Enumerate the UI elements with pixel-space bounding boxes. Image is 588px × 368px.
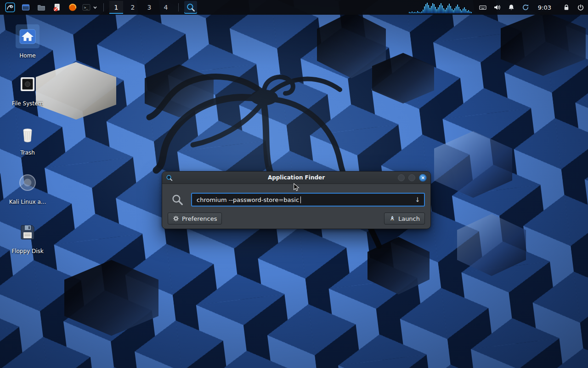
desktop-icon-label: File System: [12, 100, 44, 107]
logout-power-icon[interactable]: [577, 4, 584, 11]
notifications-bell-icon[interactable]: [508, 4, 515, 11]
spectrum-bar: [453, 10, 454, 13]
window-search-icon: [166, 174, 173, 181]
desktop-icon-kali-linux[interactable]: Kali Linux a...: [6, 171, 50, 205]
spectrum-bar: [452, 9, 452, 13]
gear-icon: [173, 215, 179, 222]
firefox-button[interactable]: [66, 1, 79, 14]
updates-icon[interactable]: [522, 4, 529, 11]
preferences-label: Preferences: [182, 215, 217, 222]
desktop-icon-floppy-disk[interactable]: Floppy Disk: [6, 220, 50, 254]
window-titlebar[interactable]: Application Finder ×: [162, 172, 430, 184]
application-finder-launcher[interactable]: [184, 1, 197, 14]
terminal-launcher-button[interactable]: >_: [82, 1, 98, 14]
spectrum-bar: [431, 6, 432, 13]
applications-menu-button[interactable]: [4, 1, 17, 14]
spectrum-bar: [414, 12, 415, 13]
spectrum-bar: [468, 10, 469, 13]
spectrum-bar: [464, 7, 465, 13]
preferences-button[interactable]: Preferences: [168, 213, 222, 224]
spectrum-bar: [458, 7, 459, 13]
search-icon: [186, 3, 195, 12]
desktop-icon-label: Home: [19, 52, 35, 59]
workspace-label: 3: [147, 4, 152, 11]
close-icon: ×: [421, 175, 425, 180]
desktop-icon-label: Kali Linux a...: [9, 199, 46, 205]
desktop-icon-label: Trash: [20, 150, 35, 156]
spectrum-bar: [449, 4, 450, 13]
spectrum-bar: [432, 3, 433, 13]
spectrum-bar: [410, 12, 411, 13]
folder-icon: [37, 3, 46, 12]
system-tray: 9:03: [479, 4, 584, 11]
top-panel: >_ 1 2 3 4: [0, 0, 588, 15]
audio-spectrum[interactable]: [409, 1, 472, 13]
spectrum-bar: [436, 9, 437, 13]
text-caret: [300, 196, 301, 203]
close-button[interactable]: ×: [419, 174, 427, 182]
window-icon: [21, 3, 30, 12]
clock[interactable]: 9:03: [538, 4, 551, 11]
desktop-icon-label: Floppy Disk: [11, 248, 44, 254]
expand-results-arrow-icon[interactable]: ↓: [411, 196, 420, 203]
document-icon: [52, 3, 62, 12]
spectrum-bar: [446, 8, 447, 13]
spectrum-bar: [439, 5, 440, 13]
spectrum-bar: [416, 12, 417, 13]
taskbar-window-button[interactable]: [19, 1, 32, 14]
spectrum-bar: [424, 6, 425, 13]
spectrum-bar: [428, 5, 429, 13]
workspace-button-4[interactable]: 4: [159, 1, 173, 14]
spectrum-bar: [471, 12, 472, 13]
file-manager-button[interactable]: [35, 1, 48, 14]
spectrum-bar: [450, 6, 451, 13]
command-input-value: chromium --password-store=basic: [197, 196, 299, 203]
desktop-icon-home[interactable]: Home: [6, 24, 50, 59]
spectrum-bar: [457, 5, 458, 13]
application-finder-window: Application Finder × chromium --password…: [162, 171, 431, 229]
spectrum-bar: [425, 4, 426, 13]
spectrum-bar: [423, 10, 424, 13]
floppy-disk-icon: [16, 220, 40, 244]
command-input[interactable]: chromium --password-store=basic ↓: [191, 193, 425, 207]
maximize-button[interactable]: [408, 174, 415, 181]
spectrum-bar: [413, 12, 414, 13]
kali-logo-icon: [5, 2, 15, 12]
spectrum-bar: [409, 12, 410, 13]
spectrum-bar: [447, 6, 448, 13]
text-editor-button[interactable]: [51, 1, 63, 14]
minimize-button[interactable]: [398, 174, 405, 181]
workspace-label: 2: [131, 4, 135, 11]
keyboard-icon[interactable]: [479, 4, 486, 11]
dialog-body: chromium --password-store=basic ↓ Prefer…: [162, 193, 430, 229]
desktop: Home File System Trash: [0, 0, 588, 368]
workspace-button-2[interactable]: 2: [126, 1, 140, 14]
search-icon: [171, 194, 184, 206]
chevron-down-icon[interactable]: [92, 5, 98, 10]
volume-icon[interactable]: [493, 4, 501, 11]
lock-icon[interactable]: [563, 4, 570, 11]
workspace-label: 1: [114, 4, 119, 11]
spectrum-bar: [438, 7, 439, 13]
file-system-icon: [16, 72, 40, 96]
workspace-button-3[interactable]: 3: [142, 1, 156, 14]
workspace-label: 4: [164, 4, 168, 11]
spectrum-bar: [435, 7, 436, 13]
spectrum-bar: [445, 10, 446, 13]
trash-icon: [16, 121, 40, 145]
workspace-button-1[interactable]: 1: [109, 1, 123, 14]
spectrum-bar: [469, 12, 470, 13]
spectrum-bar: [417, 11, 418, 13]
launch-rocket-icon: [389, 215, 396, 222]
spectrum-bar: [434, 4, 435, 13]
spectrum-bar: [420, 12, 421, 13]
spectrum-bar: [412, 12, 413, 13]
launch-button[interactable]: Launch: [384, 213, 425, 224]
spectrum-bar: [463, 9, 464, 13]
panel-separator: [103, 3, 104, 12]
spectrum-bar: [454, 8, 455, 13]
spectrum-bar: [427, 3, 428, 13]
desktop-icon-file-system[interactable]: File System: [6, 72, 50, 107]
terminal-icon: >_: [82, 3, 91, 12]
desktop-icon-trash[interactable]: Trash: [6, 121, 50, 156]
